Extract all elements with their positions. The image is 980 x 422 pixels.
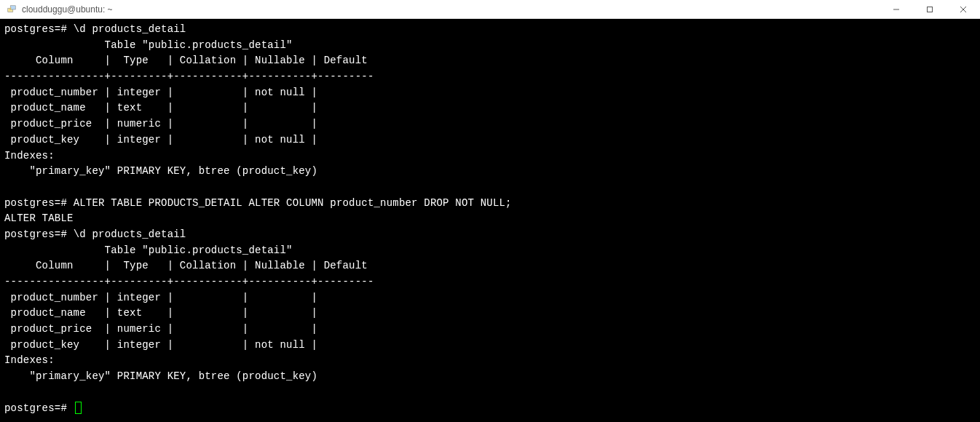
output-line: product_name | text | | | xyxy=(4,102,317,114)
output-line: product_number | integer | | not null | xyxy=(4,87,317,98)
output-line: Column | Type | Collation | Nullable | D… xyxy=(4,55,368,66)
output-line: Table "public.products_detail" xyxy=(4,39,293,51)
svg-rect-4 xyxy=(928,7,933,12)
output-line: ----------------+---------+-----------+-… xyxy=(4,71,374,82)
terminal[interactable]: postgres=# \d products_detail Table "pub… xyxy=(0,19,980,422)
output-line: product_name | text | | | xyxy=(4,307,317,319)
output-line: product_number | integer | | | xyxy=(4,292,317,303)
cursor xyxy=(75,402,82,414)
prompt: postgres=# xyxy=(4,23,67,35)
output-line: "primary_key" PRIMARY KEY, btree (produc… xyxy=(4,165,317,177)
output-line: Column | Type | Collation | Nullable | D… xyxy=(4,260,368,271)
command-text: ALTER TABLE PRODUCTS_DETAIL ALTER COLUMN… xyxy=(74,197,512,209)
maximize-button[interactable] xyxy=(913,0,947,18)
command-text: \d products_detail xyxy=(74,23,186,35)
prompt: postgres=# xyxy=(4,402,67,414)
prompt: postgres=# xyxy=(4,197,67,209)
output-line: Indexes: xyxy=(4,150,55,162)
window-title: cloudduggu@ubuntu: ~ xyxy=(22,4,113,15)
minimize-button[interactable] xyxy=(880,0,913,18)
output-line: ----------------+---------+-----------+-… xyxy=(4,276,374,287)
output-line: Indexes: xyxy=(4,354,55,366)
output-line: ALTER TABLE xyxy=(4,212,74,224)
output-line: product_key | integer | | not null | xyxy=(4,134,317,146)
output-line: product_price | numeric | | | xyxy=(4,118,317,130)
prompt: postgres=# xyxy=(4,228,67,240)
output-line: product_key | integer | | not null | xyxy=(4,339,317,351)
svg-rect-1 xyxy=(10,5,15,9)
command-text: \d products_detail xyxy=(74,228,186,240)
output-line: product_price | numeric | | | xyxy=(4,323,317,335)
window-controls xyxy=(880,0,980,18)
putty-icon xyxy=(6,4,17,15)
close-button[interactable] xyxy=(947,0,980,18)
titlebar: cloudduggu@ubuntu: ~ xyxy=(0,0,980,19)
output-line: "primary_key" PRIMARY KEY, btree (produc… xyxy=(4,370,317,382)
output-line: Table "public.products_detail" xyxy=(4,244,293,256)
